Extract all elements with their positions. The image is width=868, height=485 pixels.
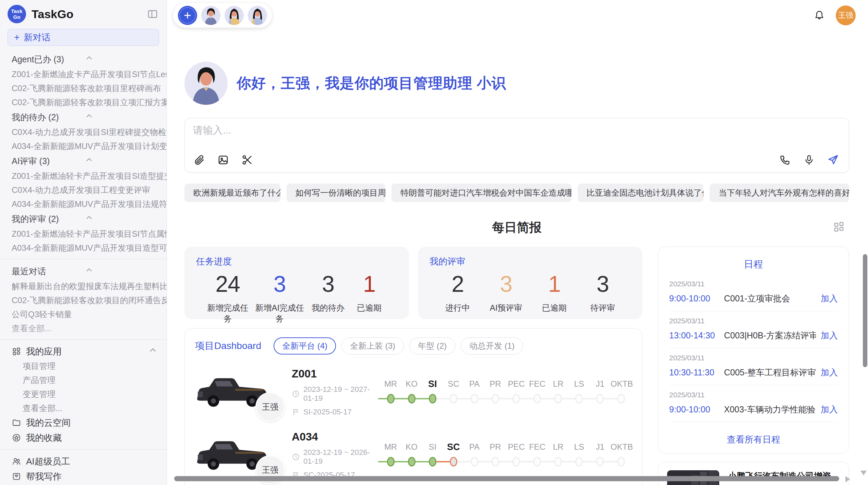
notification-bell-icon[interactable] [812, 8, 827, 23]
view-all-apps-link[interactable]: 查看全部... [0, 401, 167, 415]
milestone-label: FEC [527, 378, 548, 390]
screenshot-scissors-icon[interactable] [240, 153, 254, 167]
project-milestone-flag: SI-2025-05-17 [292, 408, 378, 416]
collapse-sidebar-icon[interactable] [146, 8, 159, 21]
join-meeting-link[interactable]: 加入 [821, 293, 838, 304]
sidebar-section-header[interactable]: Agent已办 (3) [0, 51, 167, 67]
schedule-card: 日程 2025/03/119:00-10:00C001-立项审批会加入2025/… [658, 247, 849, 453]
sidebar-task-item[interactable]: C0X4-动力总成开发项目SI里程碑提交物检查 [0, 125, 167, 139]
scroll-down-arrow-icon[interactable] [860, 471, 867, 475]
dashboard-filter-chip[interactable]: 动总开发 (1) [461, 337, 523, 355]
join-meeting-link[interactable]: 加入 [821, 330, 838, 341]
content: 你好，王强，我是你的项目管理助理 小识 [167, 29, 868, 485]
join-meeting-link[interactable]: 加入 [821, 404, 838, 415]
milestone-label: OKTB [611, 378, 632, 390]
sidebar-item-label: 我的云空间 [26, 417, 71, 429]
dashboard-filter-chip[interactable]: 全新平台 (4) [274, 337, 336, 355]
sidebar-app-item[interactable]: 项目管理 [0, 359, 167, 373]
add-agent-button[interactable] [178, 6, 197, 25]
daily-briefing-header: 每日简报 [184, 219, 849, 236]
chevron-up-icon[interactable] [85, 156, 158, 166]
chevron-up-icon[interactable] [85, 54, 158, 65]
view-all-schedule-link[interactable]: 查看所有日程 [669, 428, 838, 448]
dashboard-filter-chip[interactable]: 年型 (2) [409, 337, 455, 355]
chevron-up-icon[interactable] [148, 346, 167, 358]
sidebar-task-item[interactable]: 解释最新出台的欧盟报废车法规再生塑料比例被调至15%... [0, 279, 167, 293]
stat: 3新增AI完成任务 [252, 271, 308, 324]
chat-input[interactable] [192, 123, 780, 146]
sidebar-section-header[interactable]: AI评审 (3) [0, 153, 167, 169]
milestone: PEC [506, 441, 527, 469]
suggestion-chip[interactable]: 比亚迪全固态电池计划具体说了什么 [578, 184, 703, 202]
sidebar-task-item[interactable]: Z001-全新燃油轻卡产品开发项目SI节点属性5D文件评审 [0, 227, 167, 241]
scroll-right-arrow-icon[interactable] [845, 476, 850, 482]
stat-label: 新增AI完成任务 [252, 302, 308, 324]
taskgo-app: Task Go TaskGo + 新对话 Agent已办 (3)Z001-全新燃… [0, 0, 868, 485]
sidebar-task-item[interactable]: A034-全新新能源MUV产品开发项目造型可行性评审 [0, 241, 167, 255]
insert-image-icon[interactable] [216, 153, 230, 167]
logo-text-bottom: Go [13, 14, 21, 20]
sidebar-task-item[interactable]: 公司Q3轻卡销量 [0, 307, 167, 321]
milestone-label: LR [548, 378, 569, 390]
agent-avatar-2[interactable] [225, 6, 244, 25]
suggestion-chip[interactable]: 如何写一份清晰的项目周报 [287, 184, 385, 202]
view-all-link[interactable]: 查看全部... [0, 321, 167, 335]
sidebar-task-item[interactable]: C02-飞腾新能源轻客改款项目的闭环通告反馈情况 [0, 293, 167, 307]
milestone-label: MR [380, 378, 401, 390]
sidebar-section-header[interactable]: 最近对话 [0, 263, 167, 279]
section-title: 我的待办 (2) [12, 112, 85, 123]
briefing-layout-grid-icon[interactable] [833, 221, 846, 234]
sidebar-item-my-apps[interactable]: 我的应用 [0, 344, 167, 359]
milestone-dot [429, 457, 436, 467]
sidebar-item-favorites-badge[interactable]: 我的收藏 [0, 430, 167, 445]
chevron-up-icon[interactable] [85, 213, 158, 224]
chevron-up-icon[interactable] [85, 112, 158, 123]
suggestion-chip[interactable]: 特朗普可能对进口汽车增税会对中国车企造成哪些影响 [391, 184, 571, 202]
sidebar-task-item[interactable]: Z001-全新燃油轻卡产品开发项目SI造型提交物评审 [0, 169, 167, 183]
microphone-icon[interactable] [802, 153, 816, 167]
sidebar-section-header[interactable]: 我的评审 (2) [0, 211, 167, 227]
suggestion-chip[interactable]: 当下年轻人对汽车外观有怎样的喜好趋势 [710, 184, 849, 202]
dashboard-filter-chip[interactable]: 全新上装 (3) [341, 337, 404, 355]
agent-avatar-3[interactable] [248, 6, 267, 25]
milestone: SC [443, 441, 464, 469]
project-row[interactable]: 王强Z0012023-12-19 ~ 2027-01-19SI-2025-05-… [195, 366, 632, 418]
sidebar-task-item[interactable]: Z001-全新燃油皮卡产品开发项目SI节点Lesson Learn报告 [0, 67, 167, 81]
sidebar-section-header[interactable]: 我的待办 (2) [0, 109, 167, 125]
milestone-dot [492, 394, 499, 403]
sidebar-item-cloud-folder[interactable]: 我的云空间 [0, 415, 167, 430]
news-card[interactable]: 小鹏飞行汽车制造公司增资 天眼查 App 显示，近日广州汇天飞行汽... [658, 462, 849, 485]
suggestion-chip[interactable]: 欧洲新规最近颁布了什么? [184, 184, 280, 202]
project-photo: 王强 [195, 371, 270, 413]
new-chat-button[interactable]: + 新对话 [8, 29, 159, 46]
milestone: PR [485, 378, 506, 406]
sidebar-task-item[interactable]: A034-全新新能源MUV产品开发项目法规符合性评审 [0, 197, 167, 211]
agent-avatar-1[interactable] [201, 6, 220, 25]
send-icon[interactable] [826, 153, 840, 167]
horizontal-scrollbar[interactable] [174, 476, 839, 481]
attach-file-icon[interactable] [192, 153, 206, 167]
briefing-columns: 任务进度24新增完成任务3新增AI完成任务3我的待办1已逾期我的评审2进行中3A… [184, 247, 849, 485]
sidebar-task-item[interactable]: C02-飞腾新能源轻客改款项目立项汇报方案 [0, 95, 167, 109]
sidebar-item-writing-helper[interactable]: 帮我写作 [0, 469, 167, 484]
voice-call-icon[interactable] [778, 153, 792, 167]
schedule-event-title: C005-整车工程目标评审 [724, 367, 816, 378]
sidebar-item-ai-staff-people[interactable]: AI超级员工 [0, 454, 167, 469]
sidebar-task-item[interactable]: A034-全新新能源MUV产品开发项目计划变更表编写 [0, 139, 167, 153]
topbar: 王强 [167, 0, 868, 29]
sidebar-task-item[interactable]: C0X4-动力总成开发项目工程变更评审 [0, 183, 167, 197]
composer-actions [778, 153, 840, 167]
my-apps-subitems: 项目管理产品管理变更管理查看全部... [0, 359, 167, 415]
join-meeting-link[interactable]: 加入 [821, 367, 838, 378]
user-avatar[interactable]: 王强 [836, 5, 856, 25]
project-row[interactable]: 王强A0342023-12-19 ~ 2026-01-19SC-2025-05-… [195, 429, 632, 481]
sidebar-task-item[interactable]: C02-飞腾新能源轻客改款项目里程碑画布 [0, 81, 167, 95]
plus-icon [183, 11, 192, 20]
sidebar-app-item[interactable]: 变更管理 [0, 387, 167, 401]
sidebar-sections: Agent已办 (3)Z001-全新燃油皮卡产品开发项目SI节点Lesson L… [0, 51, 167, 335]
vertical-scrollbar[interactable] [863, 254, 867, 367]
stat-label: 新增完成任务 [204, 302, 252, 324]
chevron-up-icon[interactable] [85, 266, 158, 277]
sidebar-app-item[interactable]: 产品管理 [0, 373, 167, 387]
stat-value: 3 [308, 271, 349, 297]
